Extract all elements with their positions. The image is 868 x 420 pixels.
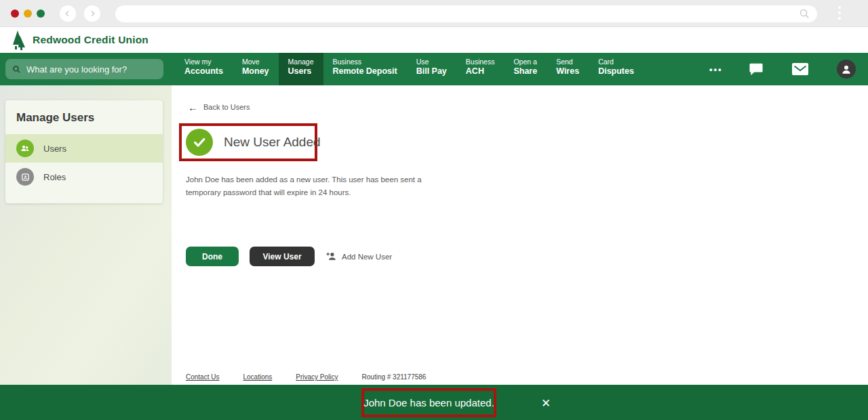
nav-item-open-a-share[interactable]: Open a Share: [504, 53, 547, 85]
person-icon: [840, 63, 852, 75]
nav-item-business-ach[interactable]: Business ACH: [456, 53, 505, 85]
envelope-icon: [792, 63, 808, 75]
minimize-window-button[interactable]: [24, 9, 32, 18]
routing-number: Routing # 321177586: [362, 373, 427, 381]
profile-button[interactable]: [833, 53, 860, 85]
toast-message-annotation: John Doe has been updated.: [361, 388, 496, 417]
avatar: [837, 60, 856, 79]
description-line-2: temporary password that will expire in 2…: [186, 186, 422, 199]
browser-menu-button[interactable]: [838, 6, 841, 20]
main-content: ← Back to Users New User Added John Doe …: [172, 85, 868, 385]
roles-icon: [16, 168, 34, 186]
back-arrow-icon: [64, 9, 72, 18]
toast-message: John Doe has been updated.: [363, 397, 494, 408]
nav-more-button[interactable]: •••: [703, 53, 730, 85]
logo-bar: Redwood Credit Union: [0, 27, 868, 53]
success-check-icon: [186, 129, 213, 156]
sidebar-title: Manage Users: [5, 100, 163, 134]
nav-items: View my Accounts Move Money Manage Users…: [175, 53, 644, 85]
action-buttons: Done View User Add New User: [186, 247, 392, 266]
main-navbar: View my Accounts Move Money Manage Users…: [0, 53, 868, 85]
browser-chrome: [0, 0, 868, 27]
browser-forward-button[interactable]: [84, 5, 100, 22]
redwood-tree-icon: [11, 30, 28, 50]
site-search-input[interactable]: [26, 64, 157, 75]
close-window-button[interactable]: [11, 9, 19, 18]
view-user-button[interactable]: View User: [250, 247, 315, 266]
forward-arrow-icon: [88, 9, 96, 18]
site-search[interactable]: [5, 59, 163, 79]
app-window: Redwood Credit Union View my Accounts Mo…: [0, 0, 868, 420]
success-banner-annotation: New User Added: [179, 123, 317, 161]
mail-button[interactable]: [787, 53, 814, 85]
sidebar-item-users[interactable]: Users: [5, 134, 163, 163]
browser-back-button[interactable]: [60, 5, 76, 22]
add-new-user-label: Add New User: [342, 253, 392, 261]
search-icon: [12, 65, 21, 74]
url-bar[interactable]: [115, 5, 817, 22]
success-title: New User Added: [224, 135, 321, 150]
footer: Contact Us Locations Privacy Policy Rout…: [186, 373, 426, 381]
maximize-window-button[interactable]: [37, 9, 45, 18]
nav-item-card-disputes[interactable]: Card Disputes: [589, 53, 644, 85]
toast-bar: John Doe has been updated. ✕: [0, 385, 868, 420]
nav-item-use-bill-pay[interactable]: Use Bill Pay: [407, 53, 456, 85]
url-input[interactable]: [115, 9, 817, 19]
description-line-1: John Doe has been added as a new user. T…: [186, 173, 422, 186]
toast-close-button[interactable]: ✕: [536, 393, 556, 413]
back-to-users-link[interactable]: ← Back to Users: [188, 103, 250, 111]
locations-link[interactable]: Locations: [243, 373, 272, 381]
sidebar: Manage Users Users: [0, 85, 172, 385]
sidebar-item-roles[interactable]: Roles: [5, 163, 163, 191]
contact-us-link[interactable]: Contact Us: [186, 373, 219, 381]
search-icon: [799, 8, 810, 20]
back-link-label: Back to Users: [203, 103, 250, 111]
add-user-icon: [326, 251, 337, 262]
manage-users-panel: Manage Users Users: [5, 100, 163, 203]
nav-item-business-remote-deposit[interactable]: Business Remote Deposit: [323, 53, 407, 85]
sidebar-item-label: Users: [43, 144, 66, 154]
nav-item-move-money[interactable]: Move Money: [233, 53, 279, 85]
nav-item-send-wires[interactable]: Send Wires: [547, 53, 589, 85]
back-arrow-icon: ←: [188, 104, 198, 111]
privacy-policy-link[interactable]: Privacy Policy: [296, 373, 338, 381]
chat-bubble-icon: [749, 62, 764, 76]
sidebar-item-label: Roles: [43, 172, 66, 182]
chat-button[interactable]: [743, 53, 770, 85]
add-new-user-button[interactable]: Add New User: [326, 251, 392, 262]
success-description: John Doe has been added as a new user. T…: [186, 173, 422, 199]
nav-item-manage-users[interactable]: Manage Users: [279, 53, 323, 85]
nav-item-view-my-accounts[interactable]: View my Accounts: [175, 53, 233, 85]
brand-logo[interactable]: Redwood Credit Union: [11, 30, 149, 50]
done-button[interactable]: Done: [186, 247, 239, 266]
users-icon: [16, 140, 34, 157]
brand-name: Redwood Credit Union: [33, 34, 149, 46]
